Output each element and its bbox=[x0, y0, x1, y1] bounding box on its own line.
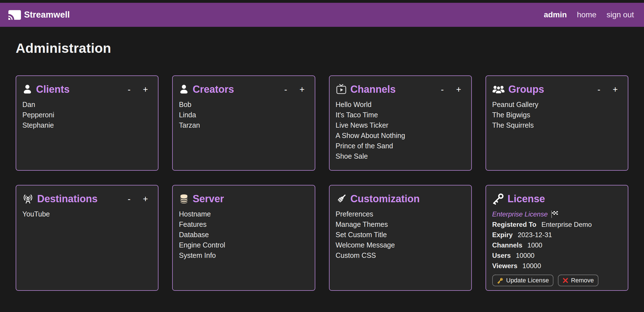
list-item[interactable]: Dan bbox=[22, 99, 151, 110]
card-header-destinations: Destinations-+ bbox=[22, 192, 151, 206]
cast-icon bbox=[8, 10, 21, 20]
list-item[interactable]: Live News Ticker bbox=[336, 120, 465, 130]
remove-button[interactable]: Remove bbox=[558, 275, 598, 286]
button-label: Remove bbox=[571, 277, 594, 284]
card-controls-creators: -+ bbox=[284, 85, 308, 94]
list-item[interactable]: Shoe Sale bbox=[336, 151, 465, 161]
card-header-creators: Creators-+ bbox=[179, 82, 308, 97]
list-item[interactable]: Welcome Message bbox=[336, 240, 465, 250]
card-title-destinations: Destinations bbox=[37, 193, 98, 205]
card-items-customization: PreferencesManage ThemesSet Custom Title… bbox=[336, 209, 465, 261]
nav-link-home[interactable]: home bbox=[577, 10, 596, 19]
license-field-label: Viewers bbox=[492, 262, 517, 270]
key-icon bbox=[492, 193, 504, 205]
list-item[interactable]: Pepperoni bbox=[22, 110, 151, 120]
list-item[interactable]: The Bigwigs bbox=[492, 110, 621, 120]
remove-groups-button[interactable]: - bbox=[598, 85, 600, 94]
card-items-clients: DanPepperoniStephanie bbox=[22, 99, 151, 130]
card-customization: CustomizationPreferencesManage ThemesSet… bbox=[329, 185, 472, 291]
remove-creators-button[interactable]: - bbox=[284, 85, 287, 94]
list-item[interactable]: The Squirrels bbox=[492, 120, 621, 130]
add-channels-button[interactable]: + bbox=[456, 85, 461, 94]
card-title-groups: Groups bbox=[508, 84, 544, 95]
license-field-label: Channels bbox=[492, 241, 522, 249]
list-item[interactable]: Bob bbox=[179, 99, 308, 110]
card-groups: Groups-+Peanut GalleryThe BigwigsThe Squ… bbox=[486, 75, 628, 171]
people-icon bbox=[492, 84, 505, 94]
remove-clients-button[interactable]: - bbox=[128, 85, 131, 94]
list-item[interactable]: Linda bbox=[179, 110, 308, 120]
list-item[interactable]: Prince of the Sand bbox=[336, 141, 465, 151]
cards-grid: Clients-+DanPepperoniStephanieCreators-+… bbox=[16, 75, 628, 291]
add-destinations-button[interactable]: + bbox=[143, 195, 148, 203]
list-item[interactable]: Custom CSS bbox=[336, 250, 465, 261]
license-field-value: 10000 bbox=[516, 252, 534, 259]
card-title-customization: Customization bbox=[351, 193, 420, 205]
checkered-flag-icon bbox=[551, 210, 558, 218]
nav-link-admin[interactable]: admin bbox=[544, 10, 567, 19]
main-content: Administration Clients-+DanPepperoniStep… bbox=[0, 41, 644, 291]
license-type-label: Enterprise License bbox=[492, 209, 548, 219]
list-item[interactable]: Manage Themes bbox=[336, 219, 465, 230]
list-item[interactable]: Hostname bbox=[179, 209, 308, 219]
card-controls-channels: -+ bbox=[441, 85, 464, 94]
red-x-icon bbox=[562, 277, 569, 284]
card-controls-clients: -+ bbox=[128, 85, 151, 94]
card-title-creators: Creators bbox=[193, 84, 234, 95]
list-item[interactable]: Hello World bbox=[336, 99, 465, 110]
database-icon bbox=[179, 193, 189, 204]
license-field-label: Registered To bbox=[492, 221, 536, 228]
license-type: Enterprise License bbox=[492, 209, 621, 219]
license-field-value: Enterprise Demo bbox=[541, 221, 592, 228]
broadcast-icon bbox=[22, 194, 34, 204]
gold-key-icon bbox=[497, 277, 504, 284]
list-item[interactable]: A Show About Nothing bbox=[336, 130, 465, 141]
page-title: Administration bbox=[16, 41, 628, 56]
update-license-button[interactable]: Update License bbox=[492, 275, 553, 286]
add-clients-button[interactable]: + bbox=[143, 85, 148, 94]
license-details: Enterprise LicenseRegistered ToEnterpris… bbox=[492, 209, 621, 286]
card-controls-destinations: -+ bbox=[128, 195, 151, 203]
list-item[interactable]: System Info bbox=[179, 250, 308, 261]
tv-play-icon bbox=[336, 84, 347, 95]
remove-channels-button[interactable]: - bbox=[441, 85, 444, 94]
list-item[interactable]: YouTube bbox=[22, 209, 151, 219]
card-header-clients: Clients-+ bbox=[22, 82, 151, 97]
brand[interactable]: Streamwell bbox=[8, 10, 70, 20]
card-items-server: HostnameFeaturesDatabaseEngine ControlSy… bbox=[179, 209, 308, 261]
license-field-users: Users10000 bbox=[492, 250, 621, 261]
list-item[interactable]: Stephanie bbox=[22, 120, 151, 130]
list-item[interactable]: Database bbox=[179, 230, 308, 240]
list-item[interactable]: It's Taco Time bbox=[336, 110, 465, 120]
license-buttons: Update LicenseRemove bbox=[492, 275, 621, 286]
card-header-groups: Groups-+ bbox=[492, 82, 621, 97]
add-creators-button[interactable]: + bbox=[299, 85, 304, 94]
list-item[interactable]: Set Custom Title bbox=[336, 230, 465, 240]
card-creators: Creators-+BobLindaTarzan bbox=[172, 75, 315, 171]
license-field-registered-to: Registered ToEnterprise Demo bbox=[492, 219, 621, 230]
card-controls-groups: -+ bbox=[598, 85, 621, 94]
card-items-creators: BobLindaTarzan bbox=[179, 99, 308, 130]
button-label: Update License bbox=[506, 277, 549, 284]
license-field-label: Expiry bbox=[492, 231, 513, 239]
nav-link-sign-out[interactable]: sign out bbox=[607, 10, 634, 19]
list-item[interactable]: Engine Control bbox=[179, 240, 308, 250]
license-field-channels: Channels1000 bbox=[492, 240, 621, 250]
list-item[interactable]: Peanut Gallery bbox=[492, 99, 621, 110]
add-groups-button[interactable]: + bbox=[613, 85, 618, 94]
nav-links: adminhomesign out bbox=[544, 10, 634, 19]
card-header-customization: Customization bbox=[336, 192, 465, 206]
list-item[interactable]: Tarzan bbox=[179, 120, 308, 130]
card-server: ServerHostnameFeaturesDatabaseEngine Con… bbox=[172, 185, 315, 291]
list-item[interactable]: Features bbox=[179, 219, 308, 230]
card-title-clients: Clients bbox=[36, 84, 70, 95]
card-title-license: License bbox=[508, 193, 545, 205]
license-field-value: 1000 bbox=[527, 241, 542, 249]
person-icon bbox=[22, 84, 32, 95]
remove-destinations-button[interactable]: - bbox=[128, 195, 131, 203]
card-channels: Channels-+Hello WorldIt's Taco TimeLive … bbox=[329, 75, 472, 171]
brand-name: Streamwell bbox=[24, 10, 70, 20]
card-items-groups: Peanut GalleryThe BigwigsThe Squirrels bbox=[492, 99, 621, 130]
list-item[interactable]: Preferences bbox=[336, 209, 465, 219]
card-license: LicenseEnterprise LicenseRegistered ToEn… bbox=[486, 185, 628, 291]
